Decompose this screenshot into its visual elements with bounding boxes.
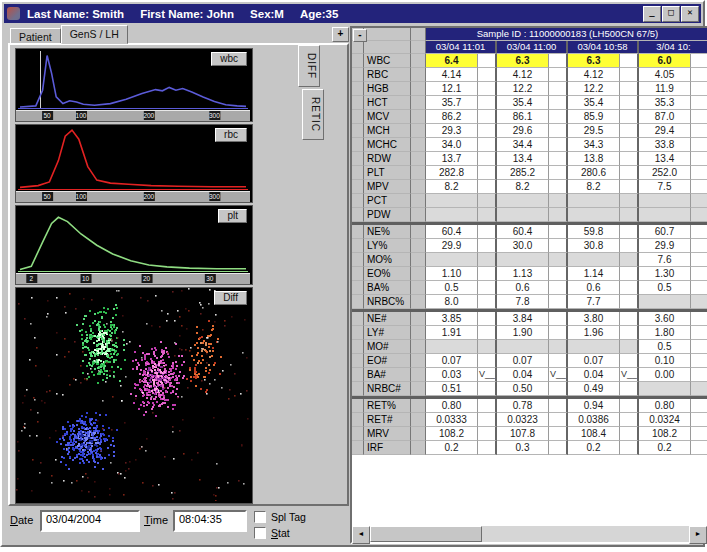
- flag-cell[interactable]: [549, 267, 568, 281]
- column-header-timestamp[interactable]: 03/04 11:00: [497, 41, 568, 54]
- flag-cell[interactable]: [549, 441, 568, 455]
- value-cell[interactable]: 7.6: [639, 253, 691, 267]
- flag-cell[interactable]: [478, 427, 497, 441]
- maximize-button[interactable]: □: [662, 6, 680, 22]
- flag-cell[interactable]: V__: [478, 368, 497, 382]
- value-cell[interactable]: [568, 340, 620, 354]
- flag-cell[interactable]: [691, 208, 707, 222]
- value-cell[interactable]: 6.0: [639, 54, 691, 68]
- flag-cell[interactable]: [620, 96, 639, 110]
- value-cell[interactable]: [426, 194, 478, 208]
- value-cell[interactable]: [568, 208, 620, 222]
- value-cell[interactable]: [639, 382, 691, 396]
- flag-cell[interactable]: [549, 124, 568, 138]
- value-cell[interactable]: [426, 340, 478, 354]
- flag-cell[interactable]: [620, 225, 639, 239]
- flag-cell[interactable]: [620, 354, 639, 368]
- flag-cell[interactable]: [691, 326, 707, 340]
- flag-cell[interactable]: [620, 239, 639, 253]
- value-cell[interactable]: 12.2: [568, 82, 620, 96]
- value-cell[interactable]: 13.4: [639, 152, 691, 166]
- value-cell[interactable]: 12.1: [426, 82, 478, 96]
- value-cell[interactable]: 280.6: [568, 166, 620, 180]
- flag-cell[interactable]: [549, 399, 568, 413]
- flag-cell[interactable]: [620, 326, 639, 340]
- flag-cell[interactable]: [691, 110, 707, 124]
- flag-cell[interactable]: [549, 427, 568, 441]
- flag-cell[interactable]: [691, 96, 707, 110]
- flag-cell[interactable]: [478, 82, 497, 96]
- value-cell[interactable]: 0.51: [426, 382, 478, 396]
- tab-gens-lh[interactable]: GenS / LH: [61, 25, 128, 44]
- flag-cell[interactable]: [549, 208, 568, 222]
- flag-cell[interactable]: [478, 399, 497, 413]
- value-cell[interactable]: 0.0386: [568, 413, 620, 427]
- flag-cell[interactable]: [691, 413, 707, 427]
- flag-cell[interactable]: [549, 152, 568, 166]
- value-cell[interactable]: [568, 194, 620, 208]
- value-cell[interactable]: 1.96: [568, 326, 620, 340]
- value-cell[interactable]: 13.4: [497, 152, 549, 166]
- value-cell[interactable]: 8.2: [497, 180, 549, 194]
- flag-cell[interactable]: [478, 124, 497, 138]
- flag-cell[interactable]: [478, 413, 497, 427]
- flag-cell[interactable]: V__: [620, 368, 639, 382]
- value-cell[interactable]: 30.8: [568, 239, 620, 253]
- flag-cell[interactable]: [478, 166, 497, 180]
- value-cell[interactable]: 0.04: [568, 368, 620, 382]
- flag-cell[interactable]: [478, 340, 497, 354]
- flag-cell[interactable]: [620, 253, 639, 267]
- date-field[interactable]: 03/04/2004: [40, 510, 140, 532]
- value-cell[interactable]: 0.07: [426, 354, 478, 368]
- flag-cell[interactable]: [549, 326, 568, 340]
- value-cell[interactable]: 0.03: [426, 368, 478, 382]
- value-cell[interactable]: 1.14: [568, 267, 620, 281]
- scrollbar-track[interactable]: [482, 526, 689, 542]
- collapse-button[interactable]: -: [353, 29, 367, 42]
- flag-cell[interactable]: [478, 354, 497, 368]
- value-cell[interactable]: 0.6: [497, 281, 549, 295]
- flag-cell[interactable]: [691, 152, 707, 166]
- close-button[interactable]: ✕: [681, 6, 699, 22]
- flag-cell[interactable]: [620, 281, 639, 295]
- flag-cell[interactable]: [691, 239, 707, 253]
- column-header-timestamp[interactable]: 3/04 10:: [639, 41, 707, 54]
- value-cell[interactable]: 0.07: [568, 354, 620, 368]
- flag-cell[interactable]: [620, 68, 639, 82]
- value-cell[interactable]: 3.85: [426, 312, 478, 326]
- flag-cell[interactable]: [691, 382, 707, 396]
- value-cell[interactable]: 4.14: [426, 68, 478, 82]
- value-cell[interactable]: 60.4: [426, 225, 478, 239]
- flag-cell[interactable]: [549, 281, 568, 295]
- value-cell[interactable]: 13.8: [568, 152, 620, 166]
- flag-cell[interactable]: [549, 166, 568, 180]
- flag-cell[interactable]: [620, 427, 639, 441]
- value-cell[interactable]: 6.3: [568, 54, 620, 68]
- value-cell[interactable]: 0.94: [568, 399, 620, 413]
- flag-cell[interactable]: [549, 295, 568, 309]
- column-header-timestamp[interactable]: 03/04 11:01: [426, 41, 497, 54]
- flag-cell[interactable]: [549, 68, 568, 82]
- flag-cell[interactable]: [478, 253, 497, 267]
- flag-cell[interactable]: [620, 124, 639, 138]
- flag-cell[interactable]: [620, 180, 639, 194]
- value-cell[interactable]: 0.50: [497, 382, 549, 396]
- flag-cell[interactable]: [549, 340, 568, 354]
- value-cell[interactable]: 0.2: [568, 441, 620, 455]
- flag-cell[interactable]: [620, 208, 639, 222]
- value-cell[interactable]: 0.6: [568, 281, 620, 295]
- value-cell[interactable]: 1.80: [639, 326, 691, 340]
- value-cell[interactable]: 11.9: [639, 82, 691, 96]
- value-cell[interactable]: 1.30: [639, 267, 691, 281]
- value-cell[interactable]: 0.2: [639, 441, 691, 455]
- value-cell[interactable]: [568, 253, 620, 267]
- value-cell[interactable]: 0.78: [497, 399, 549, 413]
- flag-cell[interactable]: [549, 194, 568, 208]
- flag-cell[interactable]: [691, 225, 707, 239]
- flag-cell[interactable]: [691, 427, 707, 441]
- tab-retic[interactable]: RETIC: [302, 89, 324, 140]
- value-cell[interactable]: 0.5: [639, 281, 691, 295]
- flag-cell[interactable]: [691, 267, 707, 281]
- horizontal-scrollbar[interactable]: ◄ ►: [352, 526, 707, 542]
- tab-diff[interactable]: DIFF: [298, 45, 320, 87]
